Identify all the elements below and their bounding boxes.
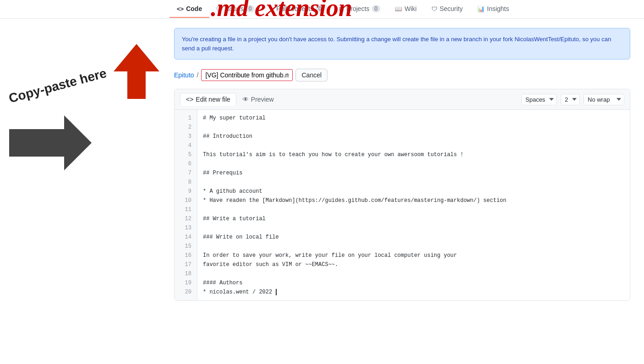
line-number: 9 (175, 187, 197, 196)
code-line (203, 178, 624, 187)
code-line: * Have readen the [Markdown](https://gui… (203, 196, 624, 205)
code-line: ## Write a tutorial (203, 214, 624, 223)
code-line (203, 269, 624, 278)
indent-select[interactable]: 2 4 8 (561, 94, 580, 105)
editor-tab-group: <> Edit new file 👁 Preview (180, 93, 280, 106)
tab-insights-label: Insights (487, 5, 509, 12)
tab-code-label: Code (186, 5, 202, 12)
line-number: 11 (175, 205, 197, 214)
editor-controls: Spaces Tabs 2 4 8 No wrap Soft wrap (521, 94, 624, 105)
issues-badge: 0 (246, 5, 255, 12)
code-line (203, 205, 624, 214)
tab-security-label: Security (440, 5, 463, 12)
line-number: 5 (175, 150, 197, 159)
issues-icon: ⓘ (217, 5, 223, 13)
line-number: 8 (175, 178, 197, 187)
tab-projects-label: Projects (346, 5, 370, 12)
line-numbers: 1234567891011121314151617181920 (175, 110, 197, 300)
tab-insights[interactable]: 📊 Insights (470, 0, 516, 18)
line-number: 14 (175, 233, 197, 242)
code-line: ### Write on local file (203, 233, 624, 242)
code-line: #### Authors (203, 278, 624, 288)
line-number: 3 (175, 132, 197, 141)
main-content: .md extension You're creating a file in … (0, 19, 644, 310)
line-number: 19 (175, 278, 197, 288)
code-editor: 1234567891011121314151617181920 # My sup… (175, 110, 630, 300)
cancel-button[interactable]: Cancel (295, 69, 327, 81)
security-icon: 🛡 (431, 5, 437, 12)
wrap-select[interactable]: No wrap Soft wrap (584, 94, 624, 105)
code-line (203, 159, 624, 168)
tab-issues-label: Issues (225, 5, 243, 12)
wiki-icon: 📖 (395, 5, 402, 12)
line-number: 1 (175, 114, 197, 123)
code-line: favorite editor such as VIM or ~~EMACS~~… (203, 260, 624, 269)
info-banner: You're creating a file in a project you … (174, 28, 630, 60)
line-number: 4 (175, 141, 197, 150)
code-line: * A github account (203, 187, 624, 196)
filename-input[interactable] (201, 69, 293, 81)
line-number: 16 (175, 251, 197, 260)
tab-issues[interactable]: ⓘ Issues 0 (209, 0, 262, 18)
line-number: 13 (175, 223, 197, 233)
projects-icon: ⊞ (339, 5, 344, 12)
red-arrow-icon (114, 44, 159, 99)
line-number: 17 (175, 260, 197, 269)
breadcrumb: Epituto / Cancel (174, 69, 630, 81)
pr-icon: ⤷ (269, 5, 274, 12)
preview-icon: 👁 (242, 96, 249, 103)
spaces-select[interactable]: Spaces Tabs (521, 94, 557, 105)
line-number: 7 (175, 168, 197, 178)
tab-pr-label: Pull requests (276, 5, 313, 12)
breadcrumb-repo-link[interactable]: Epituto (174, 71, 194, 79)
code-icon: <> (177, 5, 184, 12)
code-line (203, 123, 624, 132)
code-line: * nicolas.went / 2022 (203, 288, 624, 297)
tab-wiki-label: Wiki (404, 5, 416, 12)
code-line: ## Introduction (203, 132, 624, 141)
line-number: 12 (175, 214, 197, 223)
code-line (203, 223, 624, 233)
editor-container: <> Edit new file 👁 Preview Spaces Tabs 2… (174, 89, 630, 301)
pr-badge: 0 (316, 5, 324, 12)
code-line: ## Prerequis (203, 168, 624, 178)
svg-marker-1 (114, 44, 159, 99)
banner-text: You're creating a file in a project you … (182, 36, 611, 52)
tab-security[interactable]: 🛡 Security (424, 0, 470, 18)
code-line: In order to save your work, write your f… (203, 251, 624, 260)
tab-edit[interactable]: <> Edit new file (180, 93, 236, 106)
tab-wiki[interactable]: 📖 Wiki (387, 0, 424, 18)
code-content[interactable]: # My super tutorial## IntroductionThis t… (197, 110, 630, 300)
tab-projects[interactable]: ⊞ Projects 0 (332, 0, 387, 18)
insights-icon: 📊 (477, 5, 485, 12)
projects-badge: 0 (372, 5, 381, 12)
line-number: 18 (175, 269, 197, 278)
tab-preview[interactable]: 👁 Preview (236, 93, 280, 106)
breadcrumb-separator: / (197, 71, 199, 79)
line-number: 20 (175, 288, 197, 297)
tab-preview-label: Preview (251, 96, 274, 103)
editor-toolbar: <> Edit new file 👁 Preview Spaces Tabs 2… (175, 89, 630, 110)
code-line: # My super tutorial (203, 114, 624, 123)
line-number: 15 (175, 242, 197, 251)
code-line: This tutorial's aim is to teach you how … (203, 150, 624, 159)
tab-edit-label: Edit new file (196, 96, 230, 103)
line-number: 6 (175, 159, 197, 168)
tab-pull-requests[interactable]: ⤷ Pull requests 0 (262, 0, 332, 18)
repo-nav: <> Code ⓘ Issues 0 ⤷ Pull requests 0 ⊞ P… (0, 0, 644, 19)
code-line (203, 141, 624, 150)
tab-code[interactable]: <> Code (169, 0, 209, 18)
code-line (203, 242, 624, 251)
line-number: 10 (175, 196, 197, 205)
line-number: 2 (175, 123, 197, 132)
edit-icon: <> (186, 96, 193, 103)
